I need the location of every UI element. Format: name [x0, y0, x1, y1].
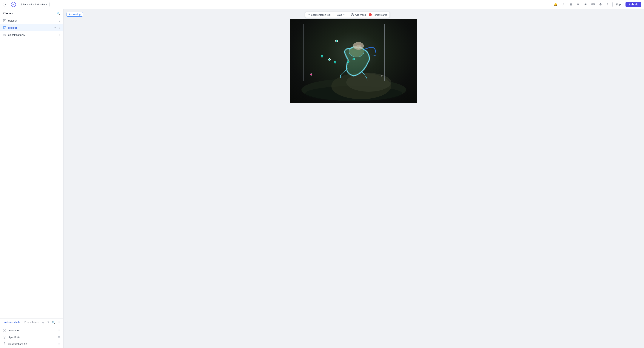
- remove-area-button[interactable]: Remove area: [369, 13, 387, 16]
- add-mask-circle-icon: +: [351, 13, 354, 16]
- tab-frame-labels[interactable]: Frame labels: [23, 319, 40, 326]
- instance-list: + objectA (0) 👁 + objectB (0) 👁 + Classi…: [0, 326, 63, 348]
- class-icon-objectB: [3, 26, 6, 29]
- header-left: ‹ ℹ Annotation instructions: [3, 1, 50, 7]
- class-name-objectB: objectB: [8, 26, 52, 29]
- moon-icon: ☾: [606, 2, 609, 6]
- background: [290, 19, 417, 103]
- sidebar: Classes 🔍 objectA 1 objectB ✏ 2: [0, 9, 64, 348]
- instance-search-button[interactable]: 🔍: [51, 320, 56, 325]
- add-mask-button[interactable]: + Add mask: [351, 13, 366, 16]
- classes-title: Classes: [3, 12, 13, 15]
- submit-button[interactable]: Submit: [626, 2, 641, 7]
- scissor-icon: ✂: [308, 13, 310, 16]
- classes-header: Classes 🔍: [0, 9, 63, 17]
- instance-item-objectB0[interactable]: + objectB (0) 👁: [0, 334, 63, 341]
- moon-icon-button[interactable]: ☾: [605, 1, 611, 7]
- header-right: 🔔 ⤴ ⊞ ⧉ ☀ ⌨ ⚙ ☾ Skip Submit: [552, 1, 641, 7]
- add-icon-objectA: +: [3, 329, 6, 332]
- instance-section: Instance labels Frame labels ⊘ ⇅ 🔍 👁: [0, 318, 63, 348]
- skip-button[interactable]: Skip: [612, 2, 624, 7]
- layers-icon-button[interactable]: ⧉: [575, 1, 581, 7]
- class-item-classificationA[interactable]: classificationA 3: [0, 31, 63, 38]
- eye-icon-objectB0: 👁: [58, 336, 60, 339]
- class-count-classificationA: 3: [59, 34, 60, 36]
- gear-icon: ⚙: [599, 2, 602, 6]
- share-icon: ⤴: [562, 3, 564, 6]
- gear-icon-button[interactable]: ⚙: [598, 1, 604, 7]
- instance-name-objectA0: objectA (0): [8, 329, 56, 332]
- filter-icon: ⊘: [42, 321, 44, 324]
- keyboard-icon-button[interactable]: ⌨: [590, 1, 596, 7]
- sort-icon-button[interactable]: ⇅: [46, 320, 50, 325]
- add-icon-classifications: +: [3, 343, 6, 346]
- classes-search-button[interactable]: 🔍: [57, 11, 60, 15]
- eye-icon: 👁: [58, 321, 60, 324]
- tab-instance-labels[interactable]: Instance labels: [2, 319, 22, 326]
- canvas-area: Annotating ✂ Segmentation tool Save ↵ + …: [64, 9, 644, 348]
- visibility-objectB0[interactable]: 👁: [58, 336, 60, 339]
- header: ‹ ℹ Annotation instructions 🔔 ⤴ ⊞ ⧉ ☀: [0, 0, 644, 9]
- filter-icon-button[interactable]: ⊘: [42, 320, 45, 325]
- save-label: Save: [337, 13, 342, 16]
- tab-icons: ⊘ ⇅ 🔍 👁: [42, 320, 61, 325]
- add-mask-label: Add mask: [355, 13, 366, 16]
- annotating-badge: Annotating: [66, 12, 83, 17]
- class-name-classificationA: classificationA: [8, 33, 57, 36]
- eye-icon-objectA0: 👁: [58, 329, 60, 332]
- bell-icon-button[interactable]: 🔔: [552, 1, 558, 7]
- class-item-objectB[interactable]: objectB ✏ 2: [0, 24, 63, 31]
- class-icon-objectA: [3, 19, 6, 22]
- remove-area-circle-icon: [369, 13, 372, 16]
- instance-item-classifications0[interactable]: + Classifications (0) 👁: [0, 341, 63, 347]
- annotation-instructions-label: Annotation instructions: [23, 3, 48, 6]
- grid-icon: ⊞: [570, 2, 572, 6]
- bell-icon: 🔔: [554, 2, 558, 6]
- segmentation-toolbar: ✂ Segmentation tool Save ↵ + Add mask Re…: [305, 12, 390, 18]
- visibility-classifications0[interactable]: 👁: [58, 343, 60, 346]
- logo-icon: [10, 1, 16, 7]
- main: Classes 🔍 objectA 1 objectB ✏ 2: [0, 9, 644, 348]
- class-list: objectA 1 objectB ✏ 2 classificationA 3: [0, 17, 63, 38]
- class-count-objectB: 2: [59, 26, 60, 29]
- share-icon-button[interactable]: ⤴: [560, 1, 566, 7]
- visibility-toggle-button[interactable]: 👁: [57, 320, 61, 325]
- class-name-objectA: objectA: [8, 19, 57, 22]
- visibility-objectA0[interactable]: 👁: [58, 329, 60, 332]
- instance-name-objectB0: objectB (0): [8, 336, 56, 339]
- instance-tabs: Instance labels Frame labels ⊘ ⇅ 🔍 👁: [0, 319, 63, 326]
- info-icon: ℹ: [21, 3, 22, 6]
- sun-icon: ☀: [584, 2, 587, 6]
- svg-rect-3: [3, 26, 6, 29]
- annotation-image[interactable]: [290, 19, 417, 103]
- class-item-objectA[interactable]: objectA 1: [0, 17, 63, 24]
- edit-icon: ✏: [54, 26, 56, 29]
- class-count-objectA: 1: [59, 19, 60, 22]
- svg-line-2: [4, 20, 5, 21]
- toolbar-divider-2: [348, 13, 348, 16]
- save-button-canvas[interactable]: Save ↵: [337, 13, 345, 16]
- save-shortcut: ↵: [343, 13, 345, 16]
- instance-item-objectA0[interactable]: + objectA (0) 👁: [0, 327, 63, 334]
- class-icon-classificationA: [3, 33, 6, 36]
- remove-area-label: Remove area: [373, 13, 387, 16]
- layers-icon: ⧉: [577, 3, 579, 6]
- grid-icon-button[interactable]: ⊞: [568, 1, 574, 7]
- back-button[interactable]: ‹: [3, 2, 8, 7]
- instance-name-classifications0: Classifications (0): [8, 343, 56, 346]
- segmentation-tool-label: ✂ Segmentation tool: [308, 13, 330, 16]
- keyboard-icon: ⌨: [591, 3, 595, 6]
- instance-search-icon: 🔍: [52, 321, 55, 324]
- sort-icon: ⇅: [47, 321, 49, 324]
- eye-icon-classifications0: 👁: [58, 343, 60, 346]
- search-icon: 🔍: [57, 12, 60, 15]
- segmentation-tool-text: Segmentation tool: [311, 13, 330, 16]
- settings-sun-icon-button[interactable]: ☀: [582, 1, 588, 7]
- toolbar-divider: [334, 13, 334, 16]
- add-icon-objectB: +: [3, 336, 6, 339]
- image-container: ✂ Segmentation tool Save ↵ + Add mask Re…: [290, 19, 417, 103]
- annotation-instructions-button[interactable]: ℹ Annotation instructions: [19, 2, 50, 7]
